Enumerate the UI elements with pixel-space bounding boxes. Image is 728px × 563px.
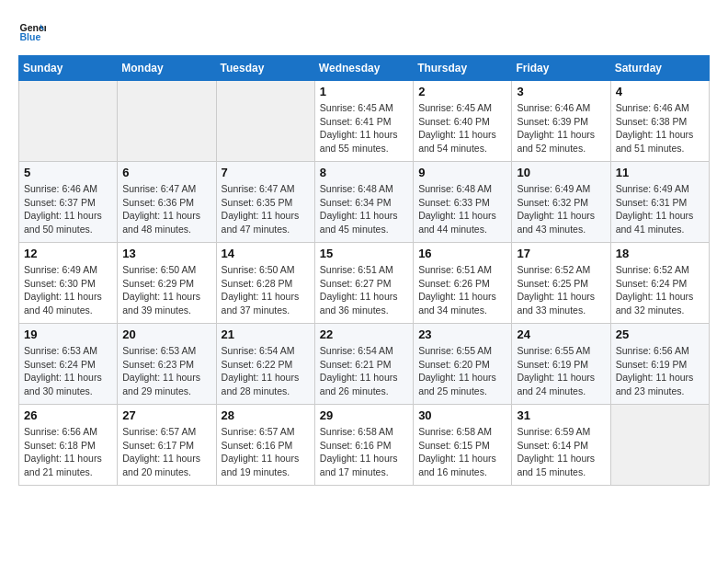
day-info: Sunrise: 6:49 AMSunset: 6:32 PMDaylight:… bbox=[517, 182, 605, 236]
weekday-header-friday: Friday bbox=[512, 56, 610, 81]
day-number: 9 bbox=[418, 166, 506, 179]
calendar-cell: 3 Sunrise: 6:46 AMSunset: 6:39 PMDayligh… bbox=[512, 81, 610, 162]
day-info: Sunrise: 6:54 AMSunset: 6:22 PMDaylight:… bbox=[222, 344, 310, 398]
day-number: 2 bbox=[418, 85, 506, 98]
day-info: Sunrise: 6:53 AMSunset: 6:23 PMDaylight:… bbox=[122, 344, 210, 398]
day-info: Sunrise: 6:56 AMSunset: 6:19 PMDaylight:… bbox=[616, 344, 704, 398]
day-info: Sunrise: 6:57 AMSunset: 6:17 PMDaylight:… bbox=[122, 425, 210, 479]
day-number: 5 bbox=[24, 166, 112, 179]
weekday-header-monday: Monday bbox=[118, 56, 216, 81]
day-info: Sunrise: 6:53 AMSunset: 6:24 PMDaylight:… bbox=[24, 344, 112, 398]
day-info: Sunrise: 6:56 AMSunset: 6:18 PMDaylight:… bbox=[24, 425, 112, 479]
calendar-cell: 12 Sunrise: 6:49 AMSunset: 6:30 PMDaylig… bbox=[19, 243, 118, 324]
day-number: 20 bbox=[122, 327, 210, 341]
day-number: 21 bbox=[222, 327, 310, 341]
day-number: 30 bbox=[418, 408, 506, 422]
day-info: Sunrise: 6:58 AMSunset: 6:15 PMDaylight:… bbox=[418, 425, 506, 479]
day-info: Sunrise: 6:59 AMSunset: 6:14 PMDaylight:… bbox=[517, 425, 605, 479]
calendar-cell: 31 Sunrise: 6:59 AMSunset: 6:14 PMDaylig… bbox=[512, 405, 610, 486]
calendar-cell: 4 Sunrise: 6:46 AMSunset: 6:38 PMDayligh… bbox=[610, 81, 709, 162]
day-info: Sunrise: 6:48 AMSunset: 6:34 PMDaylight:… bbox=[320, 182, 408, 236]
calendar-cell: 17 Sunrise: 6:52 AMSunset: 6:25 PMDaylig… bbox=[512, 243, 610, 324]
day-number: 3 bbox=[517, 85, 605, 98]
weekday-header-tuesday: Tuesday bbox=[216, 56, 314, 81]
day-info: Sunrise: 6:45 AMSunset: 6:41 PMDaylight:… bbox=[320, 101, 408, 155]
calendar-cell: 27 Sunrise: 6:57 AMSunset: 6:17 PMDaylig… bbox=[118, 405, 216, 486]
day-number: 16 bbox=[418, 247, 506, 260]
calendar-cell bbox=[216, 81, 314, 162]
calendar-week-row: 19 Sunrise: 6:53 AMSunset: 6:24 PMDaylig… bbox=[19, 324, 710, 405]
day-info: Sunrise: 6:55 AMSunset: 6:19 PMDaylight:… bbox=[517, 344, 605, 398]
day-info: Sunrise: 6:58 AMSunset: 6:16 PMDaylight:… bbox=[320, 425, 408, 479]
day-info: Sunrise: 6:54 AMSunset: 6:21 PMDaylight:… bbox=[320, 344, 408, 398]
day-info: Sunrise: 6:57 AMSunset: 6:16 PMDaylight:… bbox=[222, 425, 310, 479]
day-number: 23 bbox=[418, 327, 506, 341]
calendar-cell: 20 Sunrise: 6:53 AMSunset: 6:23 PMDaylig… bbox=[118, 324, 216, 405]
day-number: 24 bbox=[517, 327, 605, 341]
logo-icon: General Blue bbox=[18, 18, 46, 46]
day-info: Sunrise: 6:46 AMSunset: 6:38 PMDaylight:… bbox=[616, 101, 704, 155]
day-number: 11 bbox=[616, 166, 704, 179]
day-info: Sunrise: 6:46 AMSunset: 6:39 PMDaylight:… bbox=[517, 101, 605, 155]
day-number: 17 bbox=[517, 247, 605, 260]
calendar-cell: 16 Sunrise: 6:51 AMSunset: 6:26 PMDaylig… bbox=[414, 243, 512, 324]
day-number: 4 bbox=[616, 85, 704, 98]
day-number: 29 bbox=[320, 408, 408, 422]
svg-text:Blue: Blue bbox=[20, 31, 41, 42]
calendar-cell bbox=[19, 81, 118, 162]
day-info: Sunrise: 6:45 AMSunset: 6:40 PMDaylight:… bbox=[418, 101, 506, 155]
calendar-cell: 18 Sunrise: 6:52 AMSunset: 6:24 PMDaylig… bbox=[610, 243, 709, 324]
day-info: Sunrise: 6:50 AMSunset: 6:28 PMDaylight:… bbox=[222, 263, 310, 317]
day-number: 12 bbox=[24, 247, 112, 260]
calendar-cell bbox=[610, 405, 709, 486]
weekday-header-saturday: Saturday bbox=[610, 56, 709, 81]
calendar-cell: 13 Sunrise: 6:50 AMSunset: 6:29 PMDaylig… bbox=[118, 243, 216, 324]
day-number: 1 bbox=[320, 85, 408, 98]
calendar-cell: 7 Sunrise: 6:47 AMSunset: 6:35 PMDayligh… bbox=[216, 162, 314, 243]
day-info: Sunrise: 6:55 AMSunset: 6:20 PMDaylight:… bbox=[418, 344, 506, 398]
day-info: Sunrise: 6:46 AMSunset: 6:37 PMDaylight:… bbox=[24, 182, 112, 236]
calendar-cell: 14 Sunrise: 6:50 AMSunset: 6:28 PMDaylig… bbox=[216, 243, 314, 324]
day-number: 15 bbox=[320, 247, 408, 260]
day-info: Sunrise: 6:52 AMSunset: 6:24 PMDaylight:… bbox=[616, 263, 704, 317]
calendar-cell bbox=[118, 81, 216, 162]
day-info: Sunrise: 6:49 AMSunset: 6:31 PMDaylight:… bbox=[616, 182, 704, 236]
calendar-cell: 24 Sunrise: 6:55 AMSunset: 6:19 PMDaylig… bbox=[512, 324, 610, 405]
day-number: 31 bbox=[517, 408, 605, 422]
day-info: Sunrise: 6:47 AMSunset: 6:36 PMDaylight:… bbox=[122, 182, 210, 236]
day-number: 19 bbox=[24, 327, 112, 341]
day-info: Sunrise: 6:51 AMSunset: 6:26 PMDaylight:… bbox=[418, 263, 506, 317]
calendar-cell: 23 Sunrise: 6:55 AMSunset: 6:20 PMDaylig… bbox=[414, 324, 512, 405]
weekday-header-wednesday: Wednesday bbox=[314, 56, 413, 81]
calendar-cell: 5 Sunrise: 6:46 AMSunset: 6:37 PMDayligh… bbox=[19, 162, 118, 243]
weekday-header-row: SundayMondayTuesdayWednesdayThursdayFrid… bbox=[19, 56, 710, 81]
day-number: 26 bbox=[24, 408, 112, 422]
calendar-cell: 11 Sunrise: 6:49 AMSunset: 6:31 PMDaylig… bbox=[610, 162, 709, 243]
calendar-week-row: 5 Sunrise: 6:46 AMSunset: 6:37 PMDayligh… bbox=[19, 162, 710, 243]
calendar-cell: 29 Sunrise: 6:58 AMSunset: 6:16 PMDaylig… bbox=[314, 405, 413, 486]
calendar-week-row: 12 Sunrise: 6:49 AMSunset: 6:30 PMDaylig… bbox=[19, 243, 710, 324]
logo: General Blue bbox=[18, 18, 46, 46]
calendar-cell: 9 Sunrise: 6:48 AMSunset: 6:33 PMDayligh… bbox=[414, 162, 512, 243]
calendar-cell: 1 Sunrise: 6:45 AMSunset: 6:41 PMDayligh… bbox=[314, 81, 413, 162]
day-number: 13 bbox=[122, 247, 210, 260]
day-info: Sunrise: 6:51 AMSunset: 6:27 PMDaylight:… bbox=[320, 263, 408, 317]
day-number: 25 bbox=[616, 327, 704, 341]
calendar-cell: 26 Sunrise: 6:56 AMSunset: 6:18 PMDaylig… bbox=[19, 405, 118, 486]
day-info: Sunrise: 6:50 AMSunset: 6:29 PMDaylight:… bbox=[122, 263, 210, 317]
day-info: Sunrise: 6:47 AMSunset: 6:35 PMDaylight:… bbox=[222, 182, 310, 236]
page-header: General Blue bbox=[18, 18, 710, 46]
day-number: 28 bbox=[222, 408, 310, 422]
weekday-header-sunday: Sunday bbox=[19, 56, 118, 81]
calendar-cell: 22 Sunrise: 6:54 AMSunset: 6:21 PMDaylig… bbox=[314, 324, 413, 405]
day-number: 7 bbox=[222, 166, 310, 179]
calendar-cell: 6 Sunrise: 6:47 AMSunset: 6:36 PMDayligh… bbox=[118, 162, 216, 243]
day-info: Sunrise: 6:49 AMSunset: 6:30 PMDaylight:… bbox=[24, 263, 112, 317]
weekday-header-thursday: Thursday bbox=[414, 56, 512, 81]
day-number: 10 bbox=[517, 166, 605, 179]
calendar-cell: 10 Sunrise: 6:49 AMSunset: 6:32 PMDaylig… bbox=[512, 162, 610, 243]
calendar-cell: 15 Sunrise: 6:51 AMSunset: 6:27 PMDaylig… bbox=[314, 243, 413, 324]
calendar-cell: 2 Sunrise: 6:45 AMSunset: 6:40 PMDayligh… bbox=[414, 81, 512, 162]
calendar-cell: 30 Sunrise: 6:58 AMSunset: 6:15 PMDaylig… bbox=[414, 405, 512, 486]
day-number: 6 bbox=[122, 166, 210, 179]
